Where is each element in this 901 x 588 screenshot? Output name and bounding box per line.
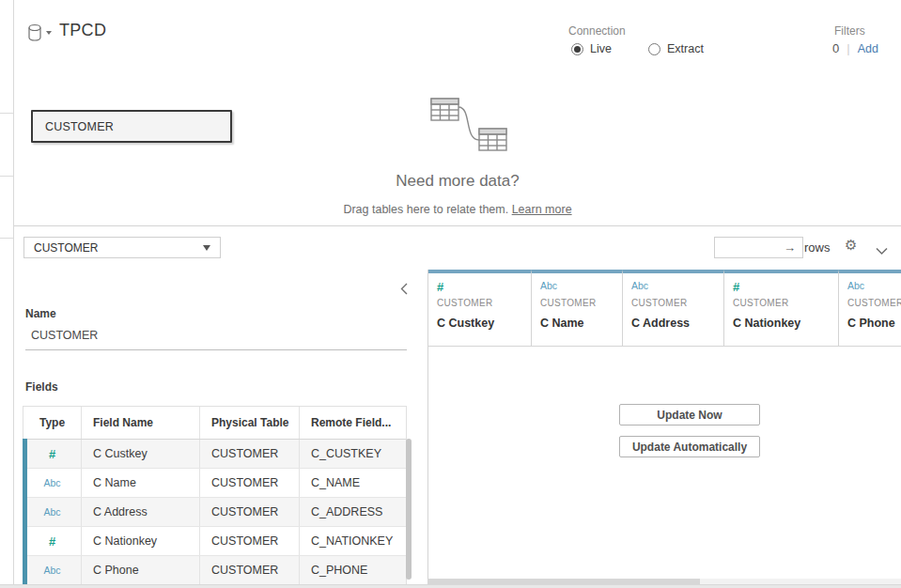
database-icon <box>27 23 55 44</box>
grid-column-field: C Phone <box>847 317 901 330</box>
grid-column-field: C Custkey <box>437 317 531 330</box>
table-icon <box>431 99 458 120</box>
grid-column-table: CUSTOMER <box>733 298 838 308</box>
physical-table-cell[interactable]: CUSTOMER <box>200 527 300 555</box>
table-row[interactable]: #C NationkeyCUSTOMERC_NATIONKEY <box>23 527 406 556</box>
fields-table-body: #C CustkeyCUSTOMERC_CUSTKEYAbcC NameCUST… <box>23 440 406 584</box>
field-name-cell[interactable]: C Address <box>82 498 200 526</box>
grid-column-header[interactable]: AbcCUSTOMERC Address <box>623 270 724 347</box>
column-header-type[interactable]: Type <box>23 407 82 439</box>
field-type-cell[interactable]: # <box>23 527 82 555</box>
rail-divider <box>0 238 13 239</box>
chevron-down-icon[interactable] <box>876 242 888 259</box>
string-type-icon: Abc <box>847 280 901 295</box>
column-header-field-name[interactable]: Field Name <box>82 407 200 439</box>
field-type-cell[interactable]: Abc <box>23 469 82 497</box>
string-type-icon: Abc <box>540 280 622 295</box>
caret-down-icon <box>46 31 52 35</box>
field-type-cell[interactable]: Abc <box>23 556 82 584</box>
table-icon <box>479 129 506 150</box>
string-type-icon: Abc <box>43 506 60 518</box>
remote-field-cell[interactable]: C_CUSTKEY <box>300 440 406 468</box>
field-type-cell[interactable]: Abc <box>23 498 82 526</box>
table-name-input[interactable]: CUSTOMER <box>31 329 98 342</box>
arrow-right-icon: → <box>784 240 796 255</box>
grid-column-header[interactable]: #CUSTOMERC Nationkey <box>724 270 839 347</box>
field-name-cell[interactable]: C Name <box>82 469 200 497</box>
grid-toolbar: CUSTOMER → rows ⚙ <box>14 226 901 271</box>
update-now-button[interactable]: Update Now <box>619 404 760 426</box>
grid-column-field: C Name <box>540 317 622 330</box>
radio-extract-label: Extract <box>664 42 704 55</box>
fields-table: Type Field Name Physical Table Remote Fi… <box>23 406 407 584</box>
field-name-cell[interactable]: C Custkey <box>82 440 200 468</box>
field-name-cell[interactable]: C Phone <box>82 556 200 584</box>
left-sidebar-rail[interactable] <box>0 0 14 584</box>
data-preview-grid: #CUSTOMERC CustkeyAbcCUSTOMERC NameAbcCU… <box>427 270 901 579</box>
table-select-value: CUSTOMER <box>34 241 98 255</box>
row-highlight-bar <box>23 439 27 584</box>
gear-icon[interactable]: ⚙ <box>845 237 857 254</box>
grid-header-row: #CUSTOMERC CustkeyAbcCUSTOMERC NameAbcCU… <box>428 270 901 347</box>
fields-label: Fields <box>25 380 58 394</box>
number-type-icon: # <box>49 447 55 461</box>
string-type-icon: Abc <box>43 565 60 576</box>
grid-column-table: CUSTOMER <box>631 298 723 308</box>
physical-table-cell[interactable]: CUSTOMER <box>200 440 300 468</box>
rows-label: rows <box>804 240 830 255</box>
empty-state-hint: Drag tables here to relate them. Learn m… <box>14 203 901 216</box>
chevron-left-icon[interactable] <box>400 282 409 299</box>
rail-divider <box>0 113 13 114</box>
learn-more-link[interactable]: Learn more <box>512 203 572 216</box>
add-filter-link[interactable]: Add <box>858 42 878 55</box>
filters-label: Filters <box>834 24 865 38</box>
relate-tables-illustration <box>412 91 524 170</box>
relationship-canvas: TPCD Connection Live Extract Filters 0 |… <box>14 0 901 226</box>
column-header-remote-field[interactable]: Remote Field... <box>300 407 406 439</box>
remote-field-cell[interactable]: C_PHONE <box>300 556 406 584</box>
table-row[interactable]: #C CustkeyCUSTOMERC_CUSTKEY <box>23 440 406 469</box>
radio-live-label: Live <box>587 42 612 55</box>
grid-column-header[interactable]: AbcCUSTOMERC Name <box>532 270 623 347</box>
physical-table-cell[interactable]: CUSTOMER <box>200 469 300 497</box>
number-type-icon: # <box>49 534 55 549</box>
grid-column-header[interactable]: #CUSTOMERC Custkey <box>428 270 532 347</box>
grid-column-table: CUSTOMER <box>437 298 531 308</box>
remote-field-cell[interactable]: C_NAME <box>300 469 406 497</box>
table-select-dropdown[interactable]: CUSTOMER <box>23 237 221 258</box>
grid-column-field: C Address <box>631 317 723 330</box>
column-header-physical-table[interactable]: Physical Table <box>200 407 300 439</box>
update-automatically-button[interactable]: Update Automatically <box>619 436 760 457</box>
rows-count-input[interactable]: → <box>714 237 803 258</box>
grid-column-table: CUSTOMER <box>847 298 901 308</box>
table-row[interactable]: AbcC PhoneCUSTOMERC_PHONE <box>23 556 406 584</box>
connection-label: Connection <box>568 24 626 38</box>
table-row[interactable]: AbcC NameCUSTOMERC_NAME <box>23 469 406 498</box>
physical-table-cell[interactable]: CUSTOMER <box>200 556 300 584</box>
grid-column-field: C Nationkey <box>733 317 838 330</box>
table-details-panel: Name CUSTOMER Fields Type Field Name Phy… <box>14 270 427 584</box>
table-row[interactable]: AbcC AddressCUSTOMERC_ADDRESS <box>23 498 406 527</box>
string-type-icon: Abc <box>43 477 60 488</box>
remote-field-cell[interactable]: C_ADDRESS <box>300 498 406 526</box>
filters-row: 0 | Add <box>832 41 878 55</box>
rail-divider <box>0 176 13 177</box>
grid-column-header[interactable]: AbcCUSTOMERC Phone <box>839 270 901 347</box>
empty-state-hint-text: Drag tables here to relate them. <box>343 203 511 216</box>
grid-column-table: CUSTOMER <box>540 298 622 308</box>
window-bottom-edge <box>0 584 901 588</box>
input-underline <box>25 349 407 350</box>
radio-live[interactable]: Live <box>571 41 612 56</box>
canvas-table-customer[interactable]: CUSTOMER <box>31 110 232 143</box>
fields-table-header: Type Field Name Physical Table Remote Fi… <box>23 407 406 440</box>
datasource-title: TPCD <box>59 21 106 40</box>
radio-extract[interactable]: Extract <box>648 41 704 56</box>
database-menu-button[interactable] <box>27 23 55 44</box>
physical-table-cell[interactable]: CUSTOMER <box>200 498 300 526</box>
field-type-cell[interactable]: # <box>23 440 82 468</box>
field-name-cell[interactable]: C Nationkey <box>82 527 200 555</box>
relationship-noodle <box>458 107 479 140</box>
fields-vertical-scrollbar[interactable] <box>406 439 412 580</box>
remote-field-cell[interactable]: C_NATIONKEY <box>300 527 406 555</box>
string-type-icon: Abc <box>631 280 723 295</box>
